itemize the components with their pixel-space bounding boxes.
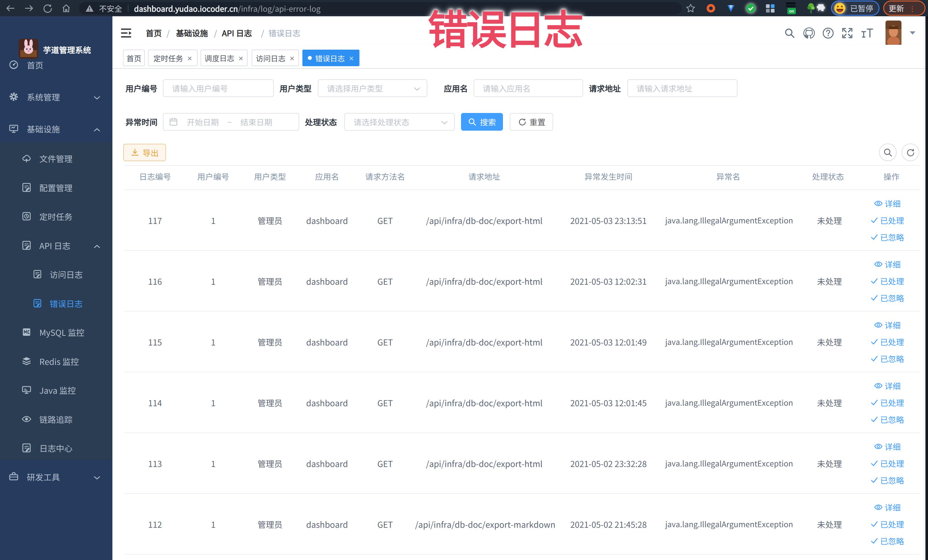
svg-text:on: on xyxy=(789,9,794,14)
